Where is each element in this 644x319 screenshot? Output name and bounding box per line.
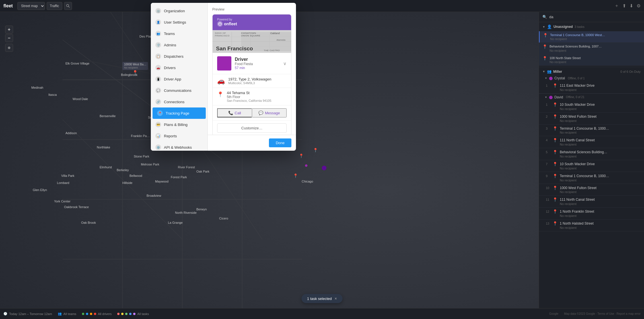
david-task-9[interactable]: 9📍 Terminal 1 Concourse B, 1000…No recip…	[539, 172, 644, 184]
david-task-7[interactable]: 7📍 10 South Wacker DriveNo recipient	[539, 160, 644, 172]
nav-teams[interactable]: 👥 Teams	[151, 28, 207, 39]
modal-footer: Done	[208, 135, 296, 151]
nav-user-settings[interactable]: 👤 User Settings	[151, 16, 207, 28]
unassigned-task-2[interactable]: 📍 Behavioral Sciences Building, 1007… No…	[539, 43, 644, 54]
car-icon: 🚗	[217, 77, 225, 85]
connections-icon: 🔗	[155, 99, 161, 105]
top-bar-actions: ＋ ⬆ ⬇ ⚙	[614, 3, 641, 9]
nav-plans-billing[interactable]: 💳 Plans & Billing	[151, 119, 207, 130]
preview-map-alameda: Alameda	[276, 39, 285, 41]
david-task-1[interactable]: 1📍 10 South Wacker DriveNo recipient	[539, 101, 644, 113]
bottom-bar: 🕐 Today 12am – Tomorrow 12am 👥 All teams…	[0, 308, 644, 319]
organization-icon: 🏢	[155, 8, 161, 14]
preview-driver-row: Driver Food Fiesta 57 min ∨	[213, 53, 291, 74]
done-button[interactable]: Done	[269, 138, 291, 147]
driver-avatar	[217, 56, 231, 71]
david-task-13[interactable]: 13📍 1 North Halsted StreetNo recipient	[539, 219, 644, 231]
nav-admins[interactable]: 🛡️ Admins	[151, 39, 207, 51]
nav-driver-app[interactable]: 📱 Driver App	[151, 73, 207, 85]
nav-dispatchers[interactable]: 📋 Dispatchers	[151, 51, 207, 62]
david-task-5[interactable]: 5📍 Behavioral Sciences Building…No recip…	[539, 148, 644, 160]
settings-content: Preview Powered by onfleet	[208, 3, 296, 151]
driver-dot-green	[82, 313, 84, 315]
settings-modal: 🏢 Organization 👤 User Settings 👥 Teams 🛡…	[151, 3, 296, 151]
david-driver-header[interactable]: ▼ ⬤ David Offline, 0 of 21	[539, 94, 644, 101]
zoom-out-button[interactable]: −	[5, 34, 13, 42]
sidebar-search-bar: 🔍	[539, 12, 644, 22]
api-webhooks-icon: ⚙️	[155, 144, 161, 150]
unassigned-task-1[interactable]: 📍 Terminal 1 Concourse B, 10000 West… No…	[539, 31, 644, 43]
tasks-item: All tasks	[117, 312, 149, 316]
preview-address-row: 📍 44 Tehama St 5th Floor San Francisco, …	[213, 88, 291, 105]
message-icon: 💬	[258, 111, 263, 115]
david-task-12[interactable]: 12📍 1 North Franklin StreetNo recipient	[539, 208, 644, 219]
david-task-3[interactable]: 3📍 Terminal 1 Concourse B, 1000…No recip…	[539, 125, 644, 136]
export-icon[interactable]: ⬇	[629, 3, 633, 9]
address-floor: 5th Floor	[227, 95, 271, 99]
preview-map-chinatown: CHINATOWNUNION SQUARE	[241, 32, 260, 37]
customize-button[interactable]: Customize…	[217, 123, 287, 133]
location-button[interactable]: ⊕	[5, 44, 13, 52]
toast-close-button[interactable]: ×	[335, 296, 337, 301]
preview-map-district: THE CASTRO	[264, 49, 280, 52]
toast-text: 1 task selected	[307, 297, 332, 301]
unassigned-section-header[interactable]: ▼ 👤 Unassigned 3 tasks	[539, 22, 644, 31]
driver-expand-icon[interactable]: ∨	[283, 61, 287, 66]
traffic-button[interactable]: Traffic	[47, 2, 62, 10]
call-button[interactable]: 📞 Call	[217, 108, 252, 117]
nav-drivers[interactable]: 🚗 Drivers	[151, 62, 207, 73]
preview-map: SIDIO OFFRANCISCO CHINATOWNUNION SQUARE …	[213, 30, 291, 53]
preview-vehicle-row: 🚗 1972, Type 2, Volkswagen Multicolor, S…	[213, 74, 291, 88]
nav-connections[interactable]: 🔗 Connections	[151, 96, 207, 107]
preview-map-oakland: Oakland	[270, 32, 280, 35]
sidebar-task-list: ▼ 👤 Unassigned 3 tasks 📍 Terminal 1 Conc…	[539, 22, 644, 308]
driver-company: Food Fiesta	[235, 62, 280, 66]
unassigned-task-3[interactable]: 📍 108 North State Street No recipient	[539, 54, 644, 66]
driver-info: Driver Food Fiesta 57 min	[235, 57, 280, 70]
nav-api-webhooks[interactable]: ⚙️ API & Webhooks	[151, 142, 207, 151]
add-icon[interactable]: ＋	[614, 3, 619, 9]
task-dot-1	[117, 313, 120, 315]
drivers-item: All drivers	[82, 312, 112, 316]
nav-organization[interactable]: 🏢 Organization	[151, 5, 207, 16]
search-button[interactable]	[64, 2, 72, 10]
address-info: 44 Tehama St 5th Floor San Francisco, Ca…	[227, 91, 271, 102]
david-task-4[interactable]: 4📍 111 North Canal StreetNo recipient	[539, 136, 644, 148]
david-task-11[interactable]: 11📍 111 North Canal StreetNo recipient	[539, 196, 644, 208]
task-dot-2	[121, 313, 124, 315]
task-dot-5	[133, 313, 135, 315]
right-sidebar: 🔍 ▼ 👤 Unassigned 3 tasks 📍 Terminal 1 Co…	[539, 12, 644, 308]
settings-icon[interactable]: ⚙	[637, 3, 641, 9]
nav-tracking-page[interactable]: 📍 Tracking Page	[153, 107, 206, 119]
preview-header: Powered by onfleet	[213, 14, 291, 30]
car-model: 1972, Type 2, Volkswagen	[228, 77, 271, 81]
zoom-in-button[interactable]: +	[5, 26, 13, 34]
settings-nav: 🏢 Organization 👤 User Settings 👥 Teams 🛡…	[151, 3, 208, 151]
sidebar-search-icon: 🔍	[542, 15, 547, 19]
driver-name: Driver	[235, 57, 280, 62]
car-plate: Multicolor, S4M9L3	[228, 81, 271, 85]
car-info: 1972, Type 2, Volkswagen Multicolor, S4M…	[228, 77, 271, 85]
top-bar: fleet Street map Traffic ＋ ⬆ ⬇ ⚙	[0, 0, 644, 12]
crystal-driver-header[interactable]: ▼ ⬤ Crystal Offline, 0 of 1	[539, 75, 644, 82]
teams-icon: 👥	[155, 31, 161, 36]
david-task-10[interactable]: 10📍 1000 West Fulton StreetNo recipient	[539, 184, 644, 196]
miller-section-header[interactable]: ▼ 👥 Miller 0 of 6 On Duty	[539, 67, 644, 75]
plans-billing-icon: 💳	[155, 122, 161, 127]
zoom-controls: + − ⊕	[5, 26, 13, 52]
nav-communications[interactable]: 💬 Communications	[151, 85, 207, 96]
import-icon[interactable]: ⬆	[622, 3, 626, 9]
drivers-icon: 🚗	[155, 65, 161, 71]
map-data-info: Map data ©2023 Google · Terms of Use · R…	[564, 312, 641, 315]
message-button[interactable]: 💬 Message	[252, 108, 287, 117]
svg-point-14	[219, 22, 221, 25]
task-dot-4	[129, 313, 131, 315]
map-type-select[interactable]: Street map	[17, 2, 45, 10]
sidebar-search-input[interactable]	[549, 15, 641, 19]
driver-app-icon: 📱	[155, 76, 161, 82]
user-settings-icon: 👤	[155, 19, 161, 25]
crystal-task-1[interactable]: 1 📍 111 East Wacker Drive No recipient	[539, 82, 644, 94]
preview-map-sidio: SIDIO OFFRANCISCO	[215, 32, 230, 37]
david-task-2[interactable]: 2📍 1000 West Fulton StreetNo recipient	[539, 113, 644, 125]
nav-reports[interactable]: 📊 Reports	[151, 130, 207, 142]
